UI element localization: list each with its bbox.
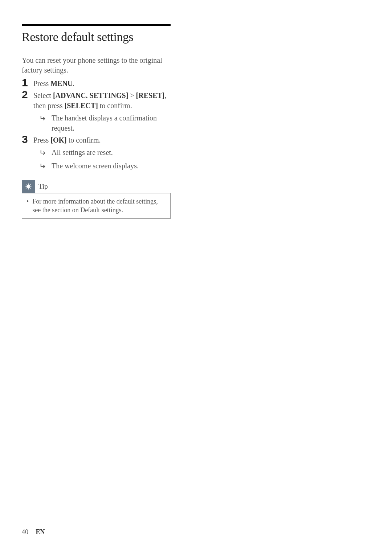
result-text: All settings are reset. [52, 147, 113, 159]
step-number: 2 [22, 89, 33, 133]
step-result: The handset displays a confirmation requ… [40, 113, 174, 133]
intro-paragraph: You can reset your phone settings to the… [22, 56, 174, 75]
advanced-settings-label: [ADVANC. SETTINGS] [53, 91, 128, 99]
reset-label: [RESET] [136, 91, 165, 99]
steps-list: 1 Press MENU. 2 Select [ADVANC. SETTINGS… [22, 77, 174, 172]
result-text: The handset displays a confirmation requ… [52, 113, 174, 133]
bullet-icon: • [26, 197, 29, 215]
step-number: 1 [22, 77, 33, 89]
section-divider [22, 24, 171, 26]
page-footer: 40 EN [22, 528, 45, 536]
tip-label: Tip [38, 182, 48, 190]
step-number: 3 [22, 134, 33, 172]
step-result: The welcome screen displays. [40, 161, 174, 172]
result-arrow-icon [40, 147, 49, 159]
section-heading: Restore default settings [22, 30, 174, 44]
step-body: Press MENU. [33, 77, 174, 89]
tip-body: • For more information about the default… [22, 193, 171, 219]
result-arrow-icon [40, 161, 49, 172]
language-code: EN [36, 528, 45, 535]
result-arrow-icon [40, 113, 49, 133]
step-body: Press [OK] to confirm. All settings are … [33, 134, 174, 172]
asterisk-icon [22, 180, 35, 193]
tip-callout: Tip • For more information about the def… [22, 180, 171, 219]
ok-label: [OK] [50, 136, 66, 144]
step-body: Select [ADVANC. SETTINGS] > [RESET], the… [33, 89, 174, 133]
step-item: 1 Press MENU. [22, 77, 174, 89]
select-label: [SELECT] [65, 102, 98, 110]
manual-page-column: Restore default settings You can reset y… [0, 0, 196, 219]
tip-text: For more information about the default s… [32, 197, 166, 215]
tip-header: Tip [22, 180, 171, 193]
result-text: The welcome screen displays. [52, 161, 139, 172]
step-item: 3 Press [OK] to confirm. All settings ar… [22, 134, 174, 172]
page-number: 40 [22, 528, 28, 535]
menu-label: MENU [50, 79, 73, 87]
step-result: All settings are reset. [40, 147, 174, 159]
step-item: 2 Select [ADVANC. SETTINGS] > [RESET], t… [22, 89, 174, 133]
